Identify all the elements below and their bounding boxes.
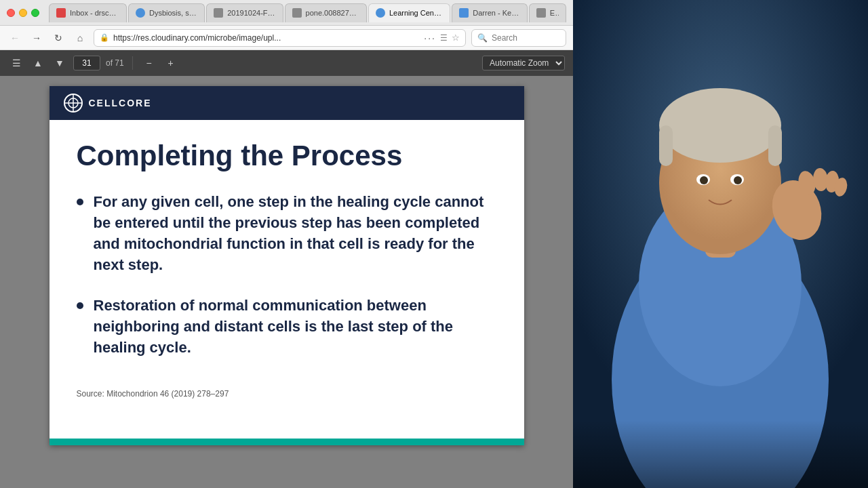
tab-darren[interactable]: Darren - Keto... bbox=[452, 3, 528, 22]
sidebar-toggle-button[interactable]: ☰ bbox=[8, 55, 24, 71]
tab-learning[interactable]: Learning Center - bbox=[368, 3, 450, 22]
prev-page-button[interactable]: ▲ bbox=[30, 55, 46, 71]
bookmark-icon[interactable]: ☆ bbox=[452, 33, 460, 43]
tab-favicon-ec bbox=[536, 8, 546, 18]
bullet-dot-2 bbox=[77, 302, 83, 309]
minimize-button[interactable] bbox=[19, 9, 27, 17]
svg-point-15 bbox=[734, 176, 742, 184]
cellcore-logo-text: CELLCORE bbox=[89, 98, 152, 108]
tab-label-dysbiosis: Dysbiosis, sm... bbox=[149, 9, 197, 17]
slide-footer-bar bbox=[50, 439, 524, 445]
bullet-text-2: Restoration of normal communication betw… bbox=[94, 296, 497, 358]
more-options-icon[interactable]: ··· bbox=[424, 33, 436, 43]
svg-rect-10 bbox=[659, 125, 673, 166]
video-overlay bbox=[573, 420, 868, 488]
pdf-content: CELLCORE Completing the Process For any … bbox=[0, 76, 573, 488]
security-lock-icon: 🔒 bbox=[100, 33, 109, 42]
zoom-container: Automatic Zoom bbox=[482, 56, 565, 70]
browser-window: Inbox - drsche... Dysbiosis, sm... 20191… bbox=[0, 0, 573, 488]
home-button[interactable]: ⌂ bbox=[72, 30, 88, 46]
search-placeholder: Search bbox=[492, 33, 517, 43]
tab-ec[interactable]: EC bbox=[529, 3, 566, 22]
search-bar[interactable]: 🔍 Search bbox=[471, 29, 566, 47]
forward-button[interactable]: → bbox=[28, 30, 45, 46]
tab-label-darren: Darren - Keto... bbox=[473, 9, 520, 17]
tab-dysbiosis[interactable]: Dysbiosis, sm... bbox=[128, 3, 205, 22]
zoom-out-button[interactable]: − bbox=[141, 55, 157, 71]
tab-inbox[interactable]: Inbox - drsche... bbox=[49, 3, 127, 22]
bullet-dot-1 bbox=[77, 199, 83, 205]
back-button[interactable]: ← bbox=[7, 30, 23, 46]
tab-pone[interactable]: pone.0088278 t... bbox=[285, 3, 367, 22]
bullet-item-2: Restoration of normal communication betw… bbox=[77, 296, 497, 358]
svg-point-9 bbox=[659, 88, 781, 163]
tabs-bar: Inbox - drsche... Dysbiosis, sm... 20191… bbox=[49, 3, 566, 22]
pdf-slide-header: CELLCORE bbox=[50, 86, 524, 120]
pdf-slide-body: Completing the Process For any given cel… bbox=[50, 120, 524, 412]
tab-favicon-inbox bbox=[56, 8, 66, 18]
cellcore-logo-icon bbox=[63, 93, 83, 113]
presenter-video bbox=[573, 0, 868, 488]
nav-bar: ← → ↻ ⌂ 🔒 https://res.cloudinary.com/mic… bbox=[0, 26, 573, 50]
title-bar: Inbox - drsche... Dysbiosis, sm... 20191… bbox=[0, 0, 573, 26]
close-button[interactable] bbox=[7, 9, 15, 17]
zoom-select[interactable]: Automatic Zoom bbox=[482, 56, 565, 70]
pdf-toolbar: ☰ ▲ ▼ of 71 − + Automatic Zoom bbox=[0, 50, 573, 76]
tab-20191024[interactable]: 20191024-Fin... bbox=[206, 3, 283, 22]
tab-favicon-20191024 bbox=[214, 8, 223, 18]
tab-label-pone: pone.0088278 t... bbox=[306, 9, 359, 17]
address-bar[interactable]: 🔒 https://res.cloudinary.com/microbe/ima… bbox=[94, 29, 466, 47]
next-page-button[interactable]: ▼ bbox=[52, 55, 68, 71]
slide-title: Completing the Process bbox=[77, 140, 497, 171]
tab-label-20191024: 20191024-Fin... bbox=[227, 9, 275, 17]
video-content bbox=[573, 0, 868, 488]
tab-label-learning: Learning Center - bbox=[389, 9, 443, 17]
svg-rect-11 bbox=[768, 125, 782, 166]
zoom-in-button[interactable]: + bbox=[163, 55, 179, 71]
tab-favicon-darren bbox=[459, 8, 469, 18]
toolbar-separator bbox=[132, 56, 133, 70]
page-total-label: of 71 bbox=[106, 58, 124, 68]
bullet-item-1: For any given cell, one step in the heal… bbox=[77, 192, 497, 275]
bullet-text-1: For any given cell, one step in the heal… bbox=[94, 192, 497, 275]
maximize-button[interactable] bbox=[31, 9, 39, 17]
slide-bullets: For any given cell, one step in the heal… bbox=[77, 192, 497, 359]
refresh-button[interactable]: ↻ bbox=[50, 30, 66, 46]
tab-label-ec: EC bbox=[550, 9, 559, 17]
slide-source: Source: Mitochondrion 46 (2019) 278–297 bbox=[77, 379, 497, 399]
tab-favicon-learning bbox=[376, 8, 385, 18]
reader-icon[interactable]: ☰ bbox=[440, 33, 448, 43]
page-number-input[interactable] bbox=[73, 56, 100, 70]
traffic-lights bbox=[7, 9, 39, 17]
cellcore-logo: CELLCORE bbox=[63, 93, 152, 113]
url-text: https://res.cloudinary.com/microbe/image… bbox=[113, 33, 420, 43]
tab-favicon-dysbiosis bbox=[136, 8, 145, 18]
tab-favicon-pone bbox=[292, 8, 302, 18]
svg-point-14 bbox=[700, 176, 708, 184]
pdf-page: CELLCORE Completing the Process For any … bbox=[50, 86, 524, 445]
tab-label-inbox: Inbox - drsche... bbox=[70, 9, 119, 17]
search-icon: 🔍 bbox=[477, 33, 488, 43]
video-panel bbox=[573, 0, 868, 488]
